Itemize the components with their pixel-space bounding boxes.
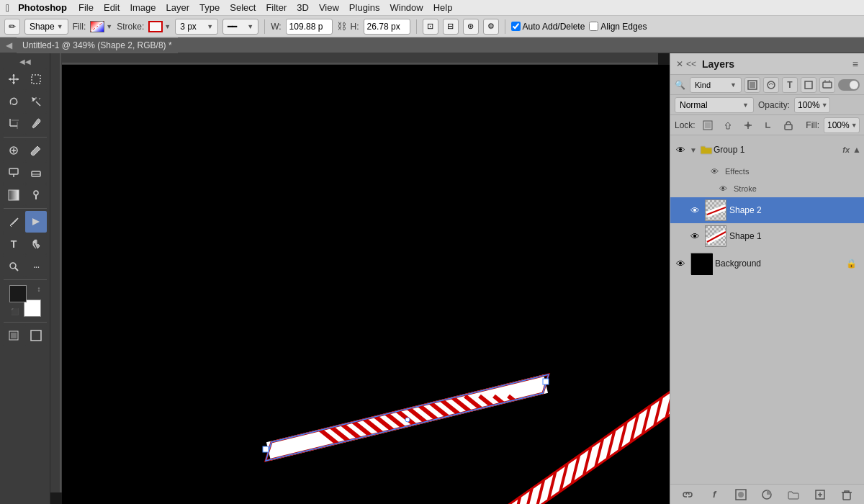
stroke-width-input[interactable]: 3 px ▼ (175, 19, 218, 35)
delete-layer-btn[interactable] (839, 487, 855, 503)
lock-transparent-btn[interactable] (700, 117, 716, 133)
menu-layer[interactable]: Layer (166, 2, 190, 13)
tool-preset-picker[interactable]: ✏ (4, 19, 20, 35)
shape-dropdown[interactable]: Shape ▼ (24, 19, 68, 35)
group1-expand[interactable]: ▼ (688, 144, 699, 156)
lock-artboard-btn[interactable] (760, 117, 776, 133)
magic-wand-tool[interactable] (25, 91, 47, 112)
panel-close-btn[interactable]: ✕ (676, 59, 683, 69)
link-layers-btn[interactable] (680, 487, 696, 503)
background-name: Background (715, 258, 846, 269)
shape1-visibility[interactable]: 👁 (688, 229, 702, 243)
marquee-tool[interactable] (25, 68, 47, 90)
menu-file[interactable]: File (78, 2, 94, 13)
color-swatches[interactable]: ↕ ⬛ (9, 285, 41, 317)
panel-menu-btn[interactable]: ≡ (852, 58, 858, 70)
new-adjustment-btn[interactable] (759, 487, 775, 503)
healing-tool[interactable] (3, 140, 24, 161)
fill-color[interactable]: ▼ (90, 21, 112, 32)
lock-all-btn[interactable] (780, 117, 796, 133)
filter-kind-dropdown[interactable]: Kind ▼ (690, 77, 742, 93)
move-tool[interactable] (3, 68, 24, 90)
menu-edit[interactable]: Edit (104, 2, 120, 13)
effects-row[interactable]: 👁 Effects (670, 163, 864, 180)
screen-mode-tool[interactable] (25, 325, 47, 346)
fill-input[interactable]: 100% ▼ (824, 117, 860, 133)
align-edges-checkbox[interactable] (589, 22, 598, 31)
swap-colors-icon[interactable]: ↕ (37, 285, 41, 293)
new-group-btn[interactable] (786, 487, 801, 503)
panel-collapse-btn[interactable]: << (686, 59, 696, 69)
settings-btn[interactable]: ⚙ (483, 19, 499, 35)
menu-plugins[interactable]: Plugins (349, 2, 380, 13)
brush-tool[interactable] (25, 140, 47, 161)
background-visibility[interactable]: 👁 (673, 256, 688, 271)
document-tab[interactable]: Untitled-1 @ 349% (Shape 2, RGB/8) * (17, 37, 178, 53)
add-mask-btn[interactable] (733, 487, 749, 503)
group1-visibility[interactable]: 👁 (673, 143, 688, 157)
lock-position-btn[interactable] (740, 117, 756, 133)
quick-mask-tool[interactable] (3, 325, 24, 346)
group1-collapse-btn[interactable]: ▲ (852, 145, 861, 155)
filter-pixel-btn[interactable] (744, 77, 760, 93)
dodge-tool[interactable] (25, 184, 47, 206)
warp-btn[interactable]: ⊛ (463, 19, 479, 35)
apple-menu-icon[interactable]:  (6, 2, 9, 14)
path-select-tool[interactable] (25, 211, 47, 233)
canvas-content[interactable] (62, 65, 670, 504)
align-btn[interactable]: ⊟ (443, 19, 459, 35)
menu-help[interactable]: Help (433, 2, 453, 13)
shape1-row[interactable]: 👁 Shape 1 (670, 223, 864, 249)
menu-filter[interactable]: Filter (266, 2, 287, 13)
filter-smart-btn[interactable] (819, 77, 835, 93)
zoom-tool[interactable] (3, 256, 24, 277)
hand-tool[interactable] (25, 233, 47, 255)
stroke-row[interactable]: 👁 Stroke (670, 180, 864, 197)
background-row[interactable]: 👁 Background 🔒 (670, 251, 864, 276)
lasso-tool[interactable] (3, 91, 24, 112)
shape2-row[interactable]: 👁 (670, 197, 864, 223)
line-style-dropdown[interactable]: ━━ ▼ (222, 19, 258, 35)
menu-select[interactable]: Select (230, 2, 256, 13)
menu-image[interactable]: Image (130, 2, 156, 13)
toolbox-collapse[interactable]: ◀◀ (4, 56, 47, 66)
filter-shape-btn[interactable] (801, 77, 816, 93)
stamp-tool[interactable] (3, 162, 24, 184)
menu-view[interactable]: View (319, 2, 339, 13)
svg-marker-2 (9, 78, 11, 81)
width-input[interactable] (286, 19, 333, 35)
filter-type-btn[interactable]: T (782, 77, 798, 93)
menu-3d[interactable]: 3D (297, 2, 309, 13)
opacity-input[interactable]: 100% ▼ (794, 97, 830, 113)
more-tools[interactable]: ··· (25, 256, 47, 277)
group1-row[interactable]: 👁 ▼ Group 1 fx ▲ (670, 137, 864, 163)
filter-adjustment-btn[interactable] (763, 77, 779, 93)
menu-type[interactable]: Type (199, 2, 220, 13)
auto-add-delete-checkbox[interactable] (511, 22, 521, 31)
group1-fx[interactable]: fx (842, 145, 850, 154)
eyedropper-tool[interactable] (25, 113, 47, 135)
stroke-color[interactable]: ▼ (148, 21, 171, 32)
gradient-tool[interactable] (3, 184, 24, 206)
chain-link-icon[interactable]: ⛓ (337, 21, 346, 32)
auto-add-delete-label[interactable]: Auto Add/Delete (511, 22, 585, 32)
pen-tool[interactable] (3, 211, 24, 233)
stroke-eye[interactable]: 👁 (719, 184, 731, 193)
effects-eye[interactable]: 👁 (711, 167, 722, 176)
shape2-visibility[interactable]: 👁 (688, 203, 702, 217)
default-colors-icon[interactable]: ⬛ (11, 308, 19, 315)
add-layer-style-btn[interactable]: f (706, 487, 722, 503)
type-tool[interactable]: T (3, 233, 24, 255)
height-input[interactable] (364, 19, 410, 35)
panel-arrow-left[interactable]: ◀ (6, 40, 12, 50)
blend-mode-dropdown[interactable]: Normal ▼ (675, 97, 754, 113)
filter-toggle[interactable] (838, 79, 860, 91)
lock-image-btn[interactable] (720, 117, 736, 133)
menu-window[interactable]: Window (390, 2, 423, 13)
crop-tool[interactable] (3, 113, 24, 135)
align-edges-label[interactable]: Align Edges (589, 22, 647, 32)
transform-btn[interactable]: ⊡ (423, 19, 438, 35)
new-layer-btn[interactable] (812, 487, 828, 503)
foreground-color-swatch[interactable] (9, 285, 27, 302)
eraser-tool[interactable] (25, 162, 47, 184)
